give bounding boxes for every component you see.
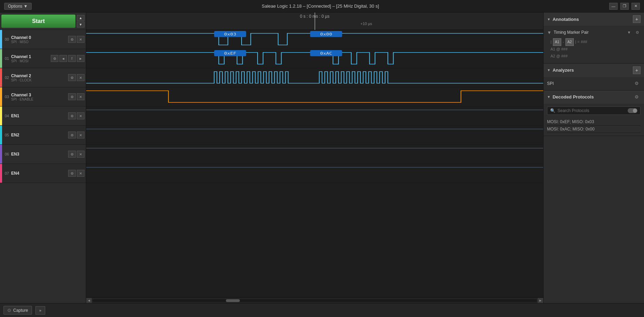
capture-button[interactable]: ⊙ Capture <box>3 306 32 315</box>
restore-button[interactable]: ❐ <box>620 3 629 10</box>
search-toggle[interactable] <box>628 108 637 113</box>
a1-badge: A1 <box>553 38 561 46</box>
scroll-down-button[interactable]: ▼ <box>77 22 84 27</box>
scroll-arrows: ▲ ▼ <box>77 15 84 27</box>
wave-row-2 <box>86 68 543 87</box>
annotations-title: Annotations <box>553 17 631 22</box>
timing-marker-gear-button[interactable]: ⚙ <box>634 29 641 35</box>
channel-stripe-03 <box>0 87 2 106</box>
start-btn-row: Start ▲ ▼ <box>0 13 86 30</box>
channel-btn-04-0[interactable]: ⚙ <box>68 112 76 119</box>
channel-name-block-00: Channel 0SPI · MISO <box>11 35 68 44</box>
channel-btn-06-0[interactable]: ⚙ <box>68 151 76 158</box>
a2-at-row: A2 @ ### <box>551 53 641 60</box>
channel-btns-03: ⚙✕ <box>68 93 84 100</box>
main-layout: Start ▲ ▼ 00Channel 0SPI · MISO⚙✕01Chann… <box>0 13 644 303</box>
annotations-add-button[interactable]: + <box>633 15 641 23</box>
channel-stripe-02 <box>0 68 2 87</box>
channel-name-block-06: EN3 <box>11 152 68 157</box>
analyzers-header[interactable]: ▼ Analyzers + <box>544 64 644 77</box>
channel-btn-01-3[interactable]: ► <box>77 55 84 62</box>
titlebar: Options ▼ Saleae Logic 1.2.18 – [Connect… <box>0 0 644 13</box>
hscroll-left-button[interactable]: ◄ <box>86 298 92 303</box>
channel-row-05: 05EN2⚙✕ <box>0 126 86 145</box>
channel-num-03: 03 <box>1 95 9 99</box>
search-icon: 🔍 <box>550 108 555 113</box>
channel-stripe-01 <box>0 49 2 68</box>
timing-marker-row: ▼ Timing Marker Pair ▼ ⚙ <box>547 29 641 35</box>
channel-btn-07-0[interactable]: ⚙ <box>68 170 76 177</box>
hscroll-thumb[interactable] <box>226 299 240 302</box>
time-cursor <box>315 13 315 30</box>
channel-stripe-04 <box>0 106 2 125</box>
decoded-protocols-header[interactable]: ▼ Decoded Protocols ⚙ <box>544 90 644 104</box>
channel-name-label-07: EN4 <box>11 171 68 176</box>
scroll-up-button[interactable]: ▲ <box>77 15 84 21</box>
channel-btn-02-1[interactable]: ✕ <box>77 74 84 81</box>
options-button[interactable]: Options ▼ <box>4 3 32 10</box>
time-header: 0 s : 0 ms : 0 µs +10 µs <box>86 13 543 30</box>
channel-num-07: 07 <box>1 171 9 175</box>
decoded-protocols-collapse-icon: ▼ <box>547 95 551 99</box>
channel-num-06: 06 <box>1 152 9 156</box>
channel-sub-label-02: SPI · CLOCK <box>11 78 68 82</box>
channel-name-label-02: Channel 2 <box>11 73 68 78</box>
wave-hscroll[interactable]: ◄ ► <box>86 298 543 303</box>
timing-marker-filter-button[interactable]: ▼ <box>626 29 632 35</box>
close-button[interactable]: ✕ <box>631 3 640 10</box>
analyzers-title: Analyzers <box>553 68 631 73</box>
svg-text:0xEF: 0xEF <box>224 51 236 56</box>
start-button[interactable]: Start <box>1 15 75 28</box>
channel-stripe-05 <box>0 126 2 144</box>
channel-name-label-05: EN2 <box>11 133 68 137</box>
channel-name-block-03: Channel 3SPI · ENABLE <box>11 93 68 101</box>
channel-btn-00-1[interactable]: ✕ <box>77 36 84 43</box>
channel-btn-00-0[interactable]: ⚙ <box>68 36 76 43</box>
channel-btn-07-1[interactable]: ✕ <box>77 170 84 177</box>
channel-btn-05-0[interactable]: ⚙ <box>68 132 76 138</box>
wave-row-0: 0x030x00 <box>86 30 543 49</box>
channel-name-label-03: Channel 3 <box>11 93 68 97</box>
channel-btn-01-1[interactable]: ◄ <box>59 55 67 62</box>
channel-btn-04-1[interactable]: ✕ <box>77 112 84 119</box>
channel-btn-01-0[interactable]: ⚙ <box>51 55 58 62</box>
time-marker: +10 µs <box>360 22 372 26</box>
channel-num-01: 01 <box>1 56 9 61</box>
right-panel: ▼ Annotations + ▼ Timing Marker Pair ▼ ⚙… <box>543 13 644 303</box>
hscroll-right-button[interactable]: ► <box>538 298 543 303</box>
channel-stripe-00 <box>0 30 2 49</box>
channel-name-block-01: Channel 1SPI · MOSI <box>11 54 51 63</box>
search-bar: 🔍 <box>547 106 641 115</box>
channel-btn-01-2[interactable]: f <box>68 55 76 62</box>
channel-row-00: 00Channel 0SPI · MISO⚙✕ <box>0 30 86 49</box>
a2-badge: A2 <box>565 38 574 46</box>
filter-icon: ▼ <box>547 30 552 35</box>
hscroll-track[interactable] <box>92 299 537 302</box>
decoded-protocols-section: ▼ Decoded Protocols ⚙ 🔍 MOSI: 0xEF; MISO… <box>544 90 644 136</box>
channel-sub-label-03: SPI · ENABLE <box>11 97 68 101</box>
wave-row-3 <box>86 87 543 106</box>
bottom-bar: ⊙ Capture » <box>0 303 644 317</box>
search-protocols-input[interactable] <box>557 108 626 113</box>
channel-btn-03-1[interactable]: ✕ <box>77 93 84 100</box>
annotations-header[interactable]: ▼ Annotations + <box>544 13 644 26</box>
expand-button[interactable]: » <box>35 306 45 315</box>
wave-area: 0 s : 0 ms : 0 µs +10 µs 0x030x000xEF0xA… <box>86 13 543 303</box>
channel-btn-02-0[interactable]: ⚙ <box>68 74 76 81</box>
annotations-section: ▼ Annotations + ▼ Timing Marker Pair ▼ ⚙… <box>544 13 644 64</box>
wave-row-7 <box>86 164 543 183</box>
analyzers-add-button[interactable]: + <box>633 66 641 74</box>
channel-name-block-05: EN2 <box>11 133 68 137</box>
channel-num-04: 04 <box>1 114 9 118</box>
decoded-protocols-title: Decoded Protocols <box>553 94 631 100</box>
spi-analyzer-gear-button[interactable]: ⚙ <box>633 80 641 87</box>
channel-btns-01: ⚙◄f► <box>51 55 84 62</box>
channel-btn-06-1[interactable]: ✕ <box>77 151 84 158</box>
analyzers-section: ▼ Analyzers + SPI ⚙ <box>544 64 644 90</box>
channel-btn-05-1[interactable]: ✕ <box>77 132 84 138</box>
channel-btns-00: ⚙✕ <box>68 36 84 43</box>
minimize-button[interactable]: — <box>609 3 618 10</box>
decoded-protocols-gear-button[interactable]: ⚙ <box>633 93 641 101</box>
svg-text:0xAC: 0xAC <box>320 51 332 56</box>
channel-btn-03-0[interactable]: ⚙ <box>68 93 76 100</box>
